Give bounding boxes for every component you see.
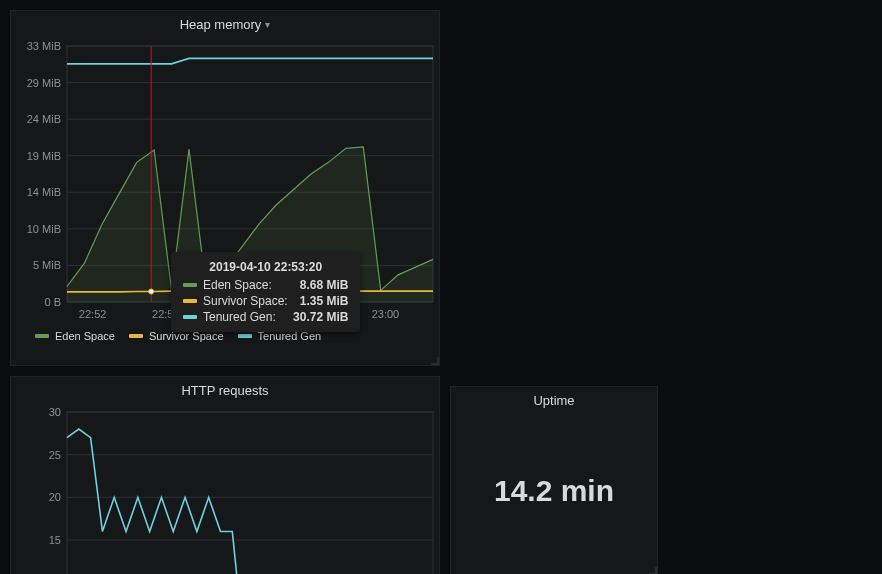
legend-swatch xyxy=(183,283,197,287)
tooltip-series-value: 8.68 MiB xyxy=(300,278,349,292)
svg-text:24 MiB: 24 MiB xyxy=(27,113,61,125)
uptime-value: 14.2 min xyxy=(494,474,614,508)
tooltip-series-label: Eden Space: xyxy=(203,278,272,292)
chevron-down-icon: ▾ xyxy=(265,19,270,30)
svg-text:23:00: 23:00 xyxy=(372,308,400,320)
svg-text:25: 25 xyxy=(49,449,61,461)
tooltip-time: 2019-04-10 22:53:20 xyxy=(183,260,348,274)
tooltip-row: Tenured Gen:30.72 MiB xyxy=(183,310,348,324)
http-chart-area[interactable]: 05101520253022:5222:5422:5622:5823:00 xyxy=(11,402,439,574)
panel-title-label: Heap memory xyxy=(180,17,262,32)
legend-swatch xyxy=(183,315,197,319)
resize-handle-icon[interactable] xyxy=(431,357,439,365)
panel-title-label: HTTP requests xyxy=(181,383,268,398)
svg-text:10 MiB: 10 MiB xyxy=(27,223,61,235)
legend-swatch xyxy=(238,334,252,338)
legend-label: Eden Space xyxy=(55,330,115,342)
svg-text:30: 30 xyxy=(49,406,61,418)
svg-text:22:52: 22:52 xyxy=(79,308,107,320)
svg-rect-43 xyxy=(67,412,433,574)
panel-title[interactable]: Heap memory ▾ xyxy=(11,11,439,36)
resize-handle-icon[interactable] xyxy=(649,567,657,574)
legend-swatch xyxy=(183,299,197,303)
panel-title-label: Uptime xyxy=(533,393,574,408)
tooltip-series-value: 1.35 MiB xyxy=(300,294,349,308)
legend-swatch xyxy=(129,334,143,338)
chart-tooltip: 2019-04-10 22:53:20 Eden Space:8.68 MiBS… xyxy=(171,252,360,332)
svg-text:0 B: 0 B xyxy=(44,296,61,308)
legend-item[interactable]: Eden Space xyxy=(35,330,115,342)
tooltip-row: Survivor Space:1.35 MiB xyxy=(183,294,348,308)
heap-chart-area[interactable]: 0 B5 MiB10 MiB14 MiB19 MiB24 MiB29 MiB33… xyxy=(11,36,439,326)
panel-title: Uptime xyxy=(451,387,657,412)
svg-text:5 MiB: 5 MiB xyxy=(33,259,61,271)
panel-title: HTTP requests xyxy=(11,377,439,402)
tooltip-series-value: 30.72 MiB xyxy=(293,310,348,324)
svg-text:29 MiB: 29 MiB xyxy=(27,77,61,89)
http-requests-panel[interactable]: HTTP requests 05101520253022:5222:5422:5… xyxy=(10,376,440,574)
legend-swatch xyxy=(35,334,49,338)
svg-point-23 xyxy=(149,289,154,294)
svg-text:14 MiB: 14 MiB xyxy=(27,186,61,198)
tooltip-series-label: Tenured Gen: xyxy=(203,310,276,324)
svg-text:19 MiB: 19 MiB xyxy=(27,150,61,162)
svg-text:15: 15 xyxy=(49,534,61,546)
tooltip-row: Eden Space:8.68 MiB xyxy=(183,278,348,292)
svg-text:33 MiB: 33 MiB xyxy=(27,40,61,52)
uptime-panel[interactable]: Uptime 14.2 min xyxy=(450,386,658,574)
heap-memory-panel[interactable]: Heap memory ▾ 0 B5 MiB10 MiB14 MiB19 MiB… xyxy=(10,10,440,366)
tooltip-series-label: Survivor Space: xyxy=(203,294,288,308)
svg-text:20: 20 xyxy=(49,491,61,503)
